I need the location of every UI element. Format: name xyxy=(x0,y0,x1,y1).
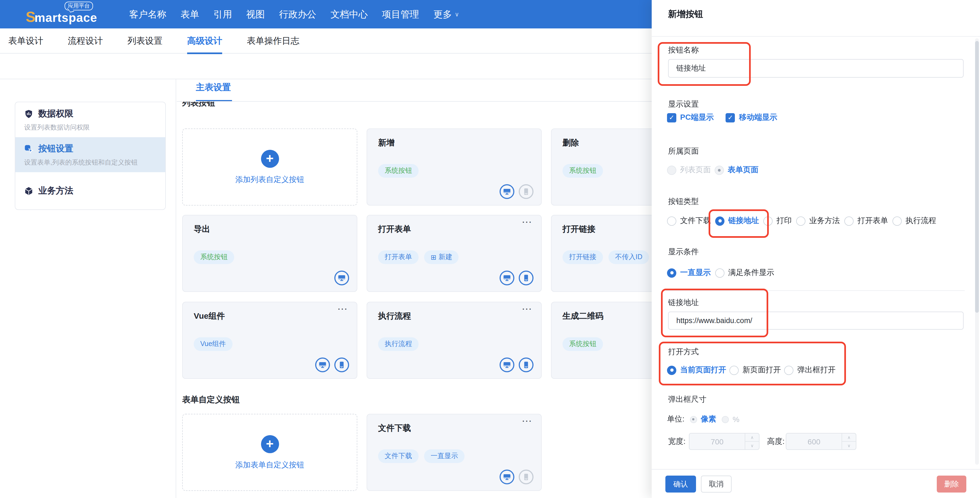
button-card-执行流程[interactable]: 执行流程···执行流程 xyxy=(367,302,542,379)
radio-icon xyxy=(667,268,676,278)
button-card-文件下载[interactable]: 文件下载···文件下载一直显示 xyxy=(367,414,542,491)
tab-表单设计[interactable]: 表单设计 xyxy=(8,28,43,53)
card-tags: Vue组件 xyxy=(194,337,232,351)
button-name-input[interactable]: 链接地址 xyxy=(668,59,964,78)
width-stepper[interactable]: 700 ∧ ∨ xyxy=(689,433,759,450)
sidebar-item-按钮设置[interactable]: 按钮设置设置表单,列表的系统按钮和自定义按钮 xyxy=(15,137,165,172)
pc-display-icon[interactable] xyxy=(500,469,514,484)
mobile-display-icon[interactable] xyxy=(519,184,533,199)
radio-label: 新页面打开 xyxy=(743,365,781,375)
top-menu-item[interactable]: 行政办公 xyxy=(279,8,316,21)
card-title: 删除 xyxy=(563,138,579,148)
top-menu-item[interactable]: 更多∨ xyxy=(433,8,459,21)
card-title: Vue组件 xyxy=(194,311,225,322)
tag-label: 系统按钮 xyxy=(569,166,597,176)
radio-option-满足条件显示[interactable]: 满足条件显示 xyxy=(715,268,774,278)
sidebar-item-业务方法[interactable]: 业务方法 xyxy=(15,172,165,209)
card-tags: 系统按钮 xyxy=(194,251,234,264)
radio-icon xyxy=(715,268,724,278)
tab-流程设计[interactable]: 流程设计 xyxy=(68,28,103,53)
top-menu-item[interactable]: 项目管理 xyxy=(382,8,419,21)
radio-option-像素[interactable]: 像素 xyxy=(690,414,716,424)
radio-option-新页面打开[interactable]: 新页面打开 xyxy=(729,365,781,375)
radio-icon xyxy=(784,365,794,375)
spin-up-icon[interactable]: ∧ xyxy=(745,433,759,442)
display-settings-label: 显示设置 xyxy=(668,100,699,109)
sidebar-item-数据权限[interactable]: 数据权限设置列表数据访问权限 xyxy=(15,102,165,137)
height-stepper[interactable]: 600 ∧ ∨ xyxy=(786,433,856,450)
tag-系统按钮: 系统按钮 xyxy=(378,164,418,178)
link-url-input[interactable]: https://www.baidu.com/ xyxy=(668,312,964,330)
radio-option-%[interactable]: % xyxy=(722,415,740,423)
tag-一直显示: 一直显示 xyxy=(424,449,465,463)
mobile-display-icon[interactable] xyxy=(334,357,349,372)
radio-option-表单页面[interactable]: 表单页面 xyxy=(714,165,758,175)
tag-打开表单: 打开表单 xyxy=(378,251,418,264)
checkbox-option-PC端显示[interactable]: ✓PC端显示 xyxy=(667,113,714,122)
plus-icon: + xyxy=(261,149,279,168)
button-card-导出[interactable]: 导出系统按钮 xyxy=(182,215,357,292)
radio-icon xyxy=(714,165,724,174)
radio-option-执行流程[interactable]: 执行流程 xyxy=(892,216,936,226)
pc-display-icon[interactable] xyxy=(500,271,514,285)
top-menu-item[interactable]: 客户名称 xyxy=(129,8,166,21)
checkbox-option-移动端显示[interactable]: ✓移动端显示 xyxy=(726,113,777,122)
spin-down-icon[interactable]: ∨ xyxy=(745,442,759,449)
radio-label: 像素 xyxy=(701,414,716,424)
delete-button[interactable]: 删除 xyxy=(937,476,966,493)
pc-display-icon[interactable] xyxy=(500,184,514,199)
top-menu-item[interactable]: 引用 xyxy=(213,8,232,21)
mobile-display-icon[interactable] xyxy=(519,469,533,484)
tab-高级设计[interactable]: 高级设计 xyxy=(187,28,222,53)
more-actions-icon[interactable]: ··· xyxy=(522,305,532,313)
tag-label: 新建 xyxy=(439,252,452,262)
more-actions-icon[interactable]: ··· xyxy=(522,217,532,226)
card-tags: 系统按钮 xyxy=(563,337,603,351)
radio-option-一直显示[interactable]: 一直显示 xyxy=(667,268,711,278)
radio-option-链接地址[interactable]: 链接地址 xyxy=(715,216,759,226)
tab-main-table-settings[interactable]: 主表设置 xyxy=(196,82,231,94)
card-title: 导出 xyxy=(194,224,210,235)
spin-down-icon[interactable]: ∨ xyxy=(842,442,856,449)
top-menu-item[interactable]: 表单 xyxy=(181,8,199,21)
radio-option-打开表单[interactable]: 打开表单 xyxy=(844,216,888,226)
radio-option-文件下载[interactable]: 文件下载 xyxy=(667,216,711,226)
tab-列表设置[interactable]: 列表设置 xyxy=(127,28,162,53)
more-actions-icon[interactable]: ··· xyxy=(522,417,532,425)
open-mode-row: 当前页面打开新页面打开弹出框打开 xyxy=(667,365,835,375)
device-toggles xyxy=(500,271,533,285)
confirm-button[interactable]: 确认 xyxy=(665,476,696,493)
pc-display-icon[interactable] xyxy=(500,357,514,372)
pc-display-icon[interactable] xyxy=(334,271,349,285)
tag-label: 系统按钮 xyxy=(385,166,412,176)
button-card-打开表单[interactable]: 打开表单···打开表单⊞新建 xyxy=(367,215,542,292)
radio-icon xyxy=(690,416,697,423)
device-toggles xyxy=(500,357,533,372)
drawer-scrollbar-thumb[interactable] xyxy=(975,41,979,313)
cancel-button[interactable]: 取消 xyxy=(701,476,732,493)
tag-文件下载: 文件下载 xyxy=(378,449,418,463)
card-tags: 系统按钮 xyxy=(563,164,603,178)
mobile-display-icon[interactable] xyxy=(519,271,533,285)
button-card-新增[interactable]: 新增系统按钮 xyxy=(367,128,542,206)
list-buttons-heading: 列表按钮 xyxy=(182,102,215,115)
add-custom-button-card[interactable]: +添加表单自定义按钮 xyxy=(182,414,357,491)
radio-option-列表页面[interactable]: 列表页面 xyxy=(667,165,711,175)
radio-option-当前页面打开[interactable]: 当前页面打开 xyxy=(667,365,726,375)
top-menu-item[interactable]: 文档中心 xyxy=(331,8,368,21)
mobile-display-icon[interactable] xyxy=(519,357,533,372)
device-toggles xyxy=(315,357,349,372)
tab-表单操作日志[interactable]: 表单操作日志 xyxy=(247,28,299,53)
radio-option-弹出框打开[interactable]: 弹出框打开 xyxy=(784,365,835,375)
top-menu-item[interactable]: 视图 xyxy=(246,8,265,21)
tag-label: 打开表单 xyxy=(385,252,412,262)
pc-display-icon[interactable] xyxy=(315,357,330,372)
radio-option-打印[interactable]: 打印 xyxy=(763,216,792,226)
button-card-Vue组件[interactable]: Vue组件···Vue组件 xyxy=(182,302,357,379)
tag-label: 系统按钮 xyxy=(200,252,228,262)
radio-label: 一直显示 xyxy=(680,268,711,278)
add-custom-button-card[interactable]: +添加列表自定义按钮 xyxy=(182,128,357,206)
radio-option-业务方法[interactable]: 业务方法 xyxy=(796,216,840,226)
spin-up-icon[interactable]: ∧ xyxy=(842,433,856,442)
more-actions-icon[interactable]: ··· xyxy=(338,305,348,313)
